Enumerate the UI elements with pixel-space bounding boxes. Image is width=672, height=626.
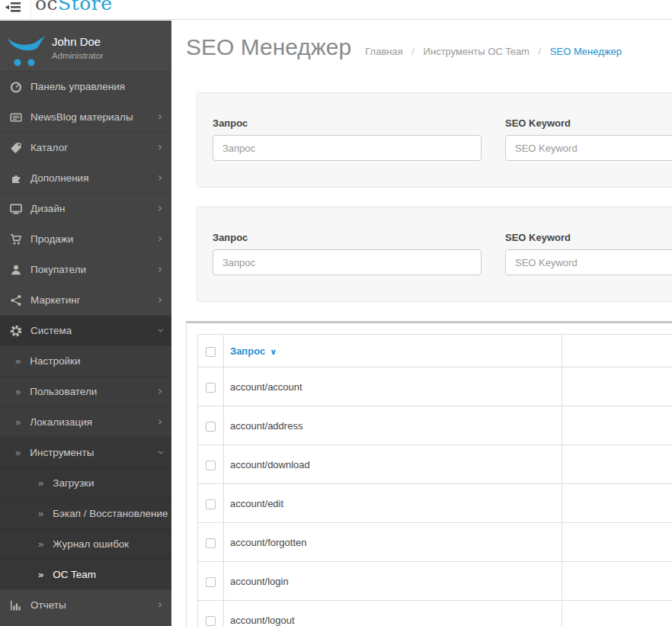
sidebar-item-users[interactable]: » Пользователи ›: [0, 376, 171, 406]
filter-field-seo-keyword: SEO Keyword: [505, 117, 672, 161]
row-checkbox[interactable]: [206, 499, 216, 509]
breadcrumb-separator: /: [539, 46, 542, 57]
sidebar-item-extensions[interactable]: Дополнения ›: [0, 162, 171, 193]
page-title: SEO Менеджер: [186, 31, 351, 63]
table-row: account/edit: [198, 484, 672, 523]
seo-keyword-cell: [562, 562, 672, 601]
query-input[interactable]: [213, 249, 482, 275]
row-checkbox[interactable]: [206, 422, 216, 432]
seo-keyword-input[interactable]: [505, 249, 672, 275]
filter-panel-1: Запрос SEO Keyword: [197, 92, 672, 188]
query-cell: account/edit: [224, 484, 562, 523]
chevron-right-icon: ›: [158, 172, 162, 184]
seo-table: Запрос∨ account/account account/address: [197, 334, 672, 626]
row-checkbox[interactable]: [206, 383, 216, 393]
sidebar-item-label: NewsBlog материалы: [30, 111, 133, 123]
seo-keyword-input[interactable]: [505, 135, 672, 161]
sidebar-item-tools[interactable]: » Инструменты ›: [0, 437, 171, 467]
sidebar-item-error-log[interactable]: » Журнал ошибок: [0, 528, 171, 559]
sidebar-item-uploads[interactable]: » Загрузки: [0, 467, 171, 498]
sidebar-item-localisation[interactable]: » Локализация ›: [0, 406, 171, 437]
store-logo[interactable]: ocStore: [35, 0, 113, 14]
angle-double-right-icon: »: [38, 477, 43, 489]
sidebar-item-newsblog[interactable]: NewsBlog материалы ›: [0, 101, 171, 132]
sidebar-item-dashboard[interactable]: Панель управления: [0, 71, 171, 101]
sidebar-item-label: Дополнения: [30, 172, 88, 184]
query-column-header: Запрос: [230, 345, 265, 357]
filter-field-seo-keyword: SEO Keyword: [505, 232, 672, 275]
logo-text-store: Store: [58, 0, 112, 14]
seo-keyword-cell: [562, 484, 672, 523]
sidebar-item-label: Настройки: [30, 355, 80, 367]
chevron-right-icon: ›: [158, 599, 162, 611]
shopping-cart-icon: [9, 233, 23, 246]
sidebar-item-label: Инструменты: [30, 447, 94, 458]
sidebar-item-label: Покупатели: [30, 264, 86, 275]
table-row: account/logout: [198, 601, 672, 626]
query-label: Запрос: [213, 117, 482, 129]
query-cell: account/download: [224, 445, 562, 484]
seo-keyword-cell: [562, 368, 672, 406]
breadcrumb-current-link[interactable]: SEO Менеджер: [550, 46, 622, 57]
main-content: SEO Менеджер Главная / Инструменты OC Te…: [171, 21, 672, 626]
angle-double-right-icon: »: [38, 569, 43, 580]
row-checkbox[interactable]: [206, 616, 216, 626]
seo-keyword-cell: [562, 601, 672, 626]
row-checkbox[interactable]: [206, 577, 216, 587]
sidebar-item-marketing[interactable]: Маркетинг ›: [0, 284, 171, 315]
sidebar-item-label: Дизайн: [30, 203, 65, 214]
chevron-right-icon: ›: [158, 264, 162, 275]
angle-double-right-icon: »: [38, 538, 43, 550]
sidebar-item-customers[interactable]: Покупатели ›: [0, 254, 171, 284]
sidebar-item-label: OC Team: [53, 569, 96, 580]
page-header: SEO Менеджер Главная / Инструменты OC Te…: [186, 31, 672, 63]
angle-double-right-icon: »: [15, 355, 21, 367]
query-cell: account/account: [224, 368, 562, 406]
seo-keyword-cell: [562, 445, 672, 484]
filter-section: Запрос SEO Keyword Запрос SEO Keyword: [186, 92, 672, 302]
sidebar-item-label: Маркетинг: [30, 294, 81, 306]
top-navbar: ocStore: [0, 0, 672, 20]
breadcrumb-home-link[interactable]: Главная: [365, 46, 402, 57]
sidebar-item-design[interactable]: Дизайн ›: [0, 193, 171, 223]
sidebar-item-settings[interactable]: » Настройки: [0, 345, 171, 376]
select-all-checkbox[interactable]: [206, 347, 216, 357]
sidebar-item-catalog[interactable]: Каталог ›: [0, 132, 171, 162]
chevron-right-icon: ›: [158, 233, 162, 245]
row-checkbox[interactable]: [206, 461, 216, 470]
user-info: John Doe Administrator: [52, 35, 104, 60]
breadcrumb-separator: /: [411, 46, 414, 57]
query-label: Запрос: [213, 232, 482, 243]
table-row: account/address: [198, 406, 672, 445]
query-cell: account/logout: [224, 601, 562, 626]
chevron-right-icon: ›: [158, 416, 162, 428]
sidebar-item-backup-restore[interactable]: » Бэкап / Восстановление: [0, 498, 171, 528]
breadcrumb-tools-link[interactable]: Инструменты OC Team: [424, 46, 530, 57]
angle-double-right-icon: »: [15, 447, 21, 458]
sidebar-item-sales[interactable]: Продажи ›: [0, 223, 171, 254]
sidebar-item-system[interactable]: Система ›: [0, 315, 171, 345]
filter-field-query: Запрос: [213, 232, 505, 275]
table-row: account/forgotten: [198, 523, 672, 562]
puzzle-piece-icon: [9, 172, 23, 185]
query-input[interactable]: [213, 135, 482, 161]
sort-caret-down-icon: ∨: [270, 347, 277, 357]
sidebar-item-label: Загрузки: [53, 477, 94, 489]
chevron-right-icon: ›: [158, 294, 162, 306]
row-checkbox[interactable]: [206, 538, 216, 548]
table-row: account/account: [198, 368, 672, 406]
sidebar-item-oc-team[interactable]: » OC Team: [0, 559, 171, 589]
sidebar-item-label: Пользователи: [30, 386, 97, 397]
newspaper-icon: [9, 111, 23, 124]
filter-field-query: Запрос: [213, 117, 505, 161]
sidebar: John Doe Administrator Панель управления…: [0, 21, 171, 626]
seo-keyword-label: SEO Keyword: [505, 117, 672, 129]
sidebar-item-label: Продажи: [30, 233, 73, 245]
table-row: account/download: [198, 445, 672, 484]
sidebar-item-label: Журнал ошибок: [53, 538, 129, 550]
seo-keyword-column-header: [562, 335, 672, 368]
sort-by-query-link[interactable]: Запрос∨: [230, 345, 277, 357]
sidebar-item-reports[interactable]: Отчеты ›: [0, 589, 171, 620]
bar-chart-icon: [9, 599, 23, 612]
menu-toggle-button[interactable]: [5, 2, 21, 15]
